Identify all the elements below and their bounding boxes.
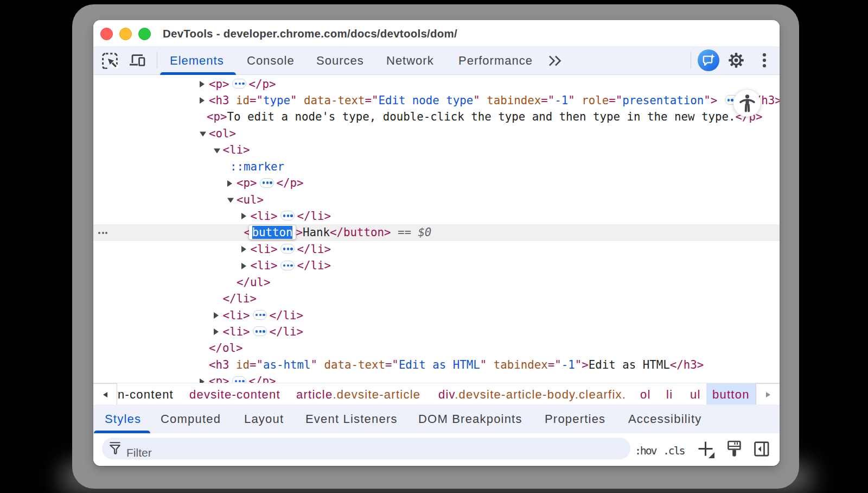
breadcrumb-item[interactable]: div.devsite-article-body.clearfix.: [438, 383, 626, 405]
inline-expand-button[interactable]: [232, 79, 246, 89]
tree-row[interactable]: <li></li>: [93, 324, 780, 340]
breadcrumb-item-selected[interactable]: button: [712, 383, 750, 405]
expander-closed-icon[interactable]: [241, 213, 246, 219]
inline-expand-button[interactable]: [280, 261, 295, 270]
expander-closed-icon[interactable]: [214, 328, 219, 335]
code-token: Edit as HTML: [589, 358, 670, 371]
expander-closed-icon[interactable]: [200, 81, 205, 87]
tree-row[interactable]: <p></p>: [93, 175, 780, 192]
tree-row[interactable]: <li></li>: [93, 257, 780, 274]
filter-field[interactable]: [102, 438, 630, 459]
tab-network[interactable]: Network: [386, 46, 434, 74]
traffic-light-zoom[interactable]: [138, 28, 151, 40]
device-toolbar-button[interactable]: [127, 52, 148, 69]
breadcrumb-item[interactable]: ul: [690, 383, 701, 405]
tree-row[interactable]: </ol>: [93, 340, 780, 357]
breadcrumb-text: article: [296, 388, 333, 401]
accessibility-floating-button[interactable]: [733, 90, 761, 117]
code-token: data-text: [304, 94, 365, 107]
kebab-menu-button[interactable]: [759, 52, 770, 69]
rendering-brush-button[interactable]: [726, 440, 742, 458]
inline-expand-button[interactable]: [260, 178, 274, 188]
expander-open-icon[interactable]: [200, 132, 206, 137]
triangle-right-icon: [766, 392, 770, 397]
tree-row[interactable]: <p></p>: [93, 373, 780, 383]
code-token: <li>: [251, 243, 278, 256]
toggle-pseudo-state-button[interactable]: :hov: [635, 433, 656, 466]
ellipsis-dot: [266, 181, 269, 184]
tree-row[interactable]: </ul>: [93, 274, 780, 291]
panel-tab-dom-breakpoints[interactable]: DOM Breakpoints: [418, 404, 522, 433]
device-toolbar-icon: [128, 52, 147, 68]
tab-console[interactable]: Console: [247, 46, 295, 74]
tree-row[interactable]: <h3 id="type" data-text="Edit node type"…: [93, 92, 780, 109]
dock-sidebar-button[interactable]: [753, 440, 770, 458]
tree-row[interactable]: </li>: [93, 290, 780, 307]
panel-tab-properties[interactable]: Properties: [545, 404, 605, 433]
inline-expand-button[interactable]: [253, 310, 267, 320]
tree-row[interactable]: <ol>: [93, 125, 780, 142]
code-token: Hank: [303, 226, 330, 239]
breadcrumb-text: n-content: [118, 388, 174, 401]
expander-open-icon[interactable]: [214, 148, 220, 153]
tree-row[interactable]: <li>: [93, 142, 780, 159]
inline-expand-button[interactable]: [253, 326, 267, 336]
dock-sidebar-icon: [754, 441, 770, 457]
traffic-light-close[interactable]: [100, 28, 113, 40]
expander-closed-icon[interactable]: [200, 97, 205, 104]
breadcrumb-item[interactable]: n-content: [118, 383, 174, 405]
new-style-rule-button[interactable]: [698, 441, 715, 459]
expander-closed-icon[interactable]: [200, 378, 205, 383]
ellipsis-dot: [283, 248, 285, 250]
breadcrumb-item[interactable]: devsite-content: [189, 383, 280, 405]
paint-brush-icon: [727, 440, 742, 458]
elements-panel-dom-tree: <p></p><h3 id="type" data-text="Edit nod…: [93, 75, 780, 383]
settings-button[interactable]: [727, 52, 745, 69]
expander-closed-icon[interactable]: [214, 312, 219, 319]
tree-row[interactable]: <li></li>: [93, 208, 780, 225]
tab-sources[interactable]: Sources: [316, 46, 364, 74]
expander-closed-icon[interactable]: [241, 263, 246, 269]
more-tabs-button[interactable]: [548, 46, 563, 74]
tree-row[interactable]: ::marker: [93, 159, 780, 175]
breadcrumb-item[interactable]: li: [666, 383, 673, 405]
breadcrumb-bar: n-contentdevsite-contentarticle.devsite-…: [93, 383, 780, 405]
toggle-classes-button[interactable]: .cls: [663, 433, 684, 466]
panel-tab-computed[interactable]: Computed: [161, 404, 221, 433]
expander-closed-icon[interactable]: [227, 180, 232, 187]
tree-row[interactable]: <p>To edit a node's type, double-click t…: [93, 109, 780, 125]
tab-elements[interactable]: Elements: [170, 46, 224, 74]
tree-row[interactable]: <li></li>: [93, 241, 780, 258]
inspect-element-button[interactable]: [101, 52, 118, 69]
breadcrumb-scroll-left-button[interactable]: [93, 383, 117, 406]
tab-performance[interactable]: Performance: [458, 46, 533, 74]
tree-row[interactable]: <li></li>: [93, 307, 780, 324]
breadcrumb-scroll-right-button[interactable]: [756, 383, 780, 406]
window-title: DevTools - developer.chrome.com/docs/dev…: [163, 20, 457, 46]
tree-row[interactable]: <p></p>: [93, 76, 780, 93]
breadcrumb-item[interactable]: article.devsite-article: [296, 383, 420, 405]
panel-tab-event-listeners[interactable]: Event Listeners: [305, 404, 398, 433]
filter-input[interactable]: [126, 443, 506, 463]
expander-open-icon[interactable]: [227, 198, 234, 203]
panel-tab-styles[interactable]: Styles: [105, 404, 141, 433]
code-token: </p>: [248, 78, 276, 91]
tag-name-editor[interactable]: button: [249, 225, 296, 239]
code-token: </p>: [276, 176, 303, 189]
ai-assistance-button[interactable]: [698, 49, 719, 71]
breadcrumb-text: ul: [690, 388, 701, 401]
tree-row-selected[interactable]: <button>Hank</button> == $0: [93, 224, 780, 241]
inline-expand-button[interactable]: [232, 376, 246, 383]
tree-row[interactable]: <ul>: [93, 192, 780, 208]
panel-tab-layout[interactable]: Layout: [244, 404, 284, 433]
inline-expand-button[interactable]: [280, 244, 295, 254]
expander-closed-icon[interactable]: [241, 246, 246, 252]
inline-expand-button[interactable]: [280, 211, 295, 220]
tree-row[interactable]: <h3 id="as-html" data-text="Edit as HTML…: [93, 357, 780, 374]
breadcrumb-item[interactable]: ol: [640, 383, 651, 405]
panel-tab-accessibility[interactable]: Accessibility: [628, 404, 701, 433]
code-token: [317, 358, 324, 371]
ellipsis-dot: [287, 264, 289, 267]
ellipsis-dot: [263, 330, 265, 332]
traffic-light-minimize[interactable]: [119, 28, 132, 40]
